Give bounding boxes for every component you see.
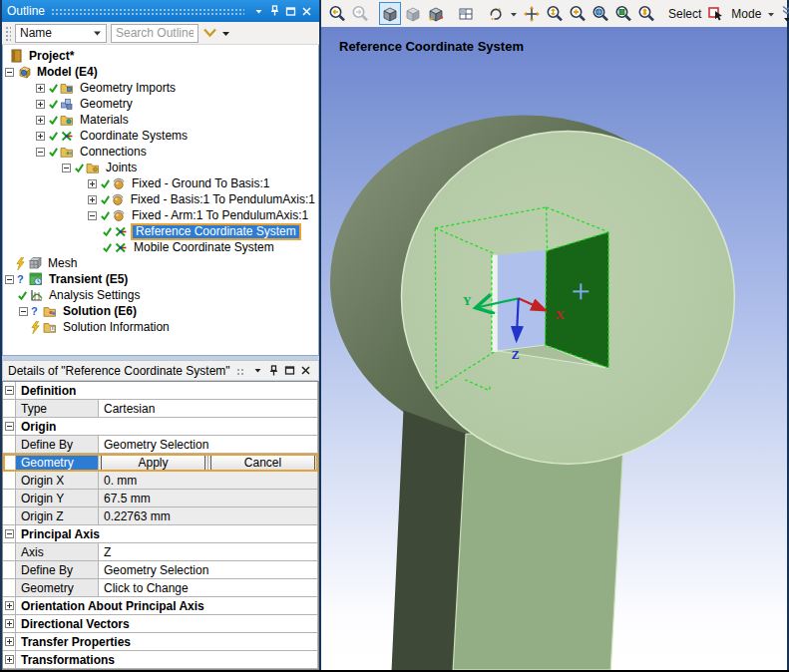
tree-item-label[interactable]: Mesh <box>45 257 80 270</box>
tree-item-label[interactable]: Joints <box>103 162 140 174</box>
expand-icon[interactable] <box>36 116 48 125</box>
wireframe-view-icon[interactable] <box>402 2 424 25</box>
tree-item-label[interactable]: Model (E4) <box>34 66 101 79</box>
collapse-icon[interactable] <box>62 164 74 172</box>
tree-item[interactable]: Project* <box>3 48 318 64</box>
maximize-icon[interactable] <box>281 363 297 379</box>
tree-item[interactable]: Fixed - Basis:1 To PendulumAxis:1 <box>3 191 318 207</box>
tree-item-label[interactable]: Fixed - Basis:1 To PendulumAxis:1 <box>128 193 318 206</box>
collapse-icon[interactable] <box>3 418 16 436</box>
pin-icon[interactable] <box>266 3 282 19</box>
filter-field-combo[interactable]: Name <box>15 24 107 43</box>
pan-icon[interactable] <box>521 2 543 25</box>
tree-item-label[interactable]: Geometry Imports <box>77 82 179 95</box>
details-row-value[interactable]: Click to Change <box>99 579 318 597</box>
collapse-icon[interactable] <box>5 275 17 284</box>
tree-item[interactable]: Coordinate Systems <box>3 128 318 144</box>
tree-item[interactable]: Geometry Imports <box>3 80 318 96</box>
details-row-value[interactable]: 0.22763 mm <box>99 507 318 525</box>
tree-item-label[interactable]: Solution Information <box>60 321 173 334</box>
maximize-icon[interactable] <box>282 3 298 19</box>
search-input[interactable] <box>111 24 198 43</box>
expand-icon[interactable] <box>36 84 48 93</box>
cancel-button[interactable]: Cancel <box>210 455 315 471</box>
tree-item-label[interactable]: Project* <box>26 50 77 63</box>
details-row-value[interactable]: 0. mm <box>99 472 318 490</box>
expand-icon[interactable] <box>3 651 16 669</box>
tree-item[interactable]: Mesh <box>3 255 318 271</box>
expand-icon[interactable] <box>3 633 16 651</box>
collapse-icon[interactable] <box>3 525 16 543</box>
collapse-icon[interactable] <box>3 382 16 400</box>
expand-icon[interactable] <box>3 615 16 633</box>
apply-button[interactable]: Apply <box>101 455 205 471</box>
tree-item[interactable]: Fixed - Ground To Basis:1 <box>3 175 318 191</box>
tree-item-label[interactable]: Materials <box>77 114 132 127</box>
close-icon[interactable] <box>297 363 313 379</box>
tree-item[interactable]: Reference Coordinate System <box>3 223 318 239</box>
next-view-icon[interactable] <box>349 2 371 25</box>
box-zoom-icon[interactable] <box>567 2 589 25</box>
tree-item[interactable]: Materials <box>3 112 318 128</box>
tree-item-label[interactable]: Geometry <box>77 98 136 111</box>
expand-icon[interactable] <box>36 132 48 141</box>
tree-item[interactable]: ?Solution (E6) <box>3 303 318 319</box>
mode-label[interactable]: Mode <box>728 7 764 21</box>
tree-item[interactable]: Geometry <box>3 96 318 112</box>
expand-icon[interactable] <box>36 100 48 109</box>
rotate-icon[interactable] <box>485 2 507 25</box>
tree-item[interactable]: ?Transient (E5) <box>3 271 318 287</box>
toolbar-overflow-icon[interactable] <box>779 2 789 25</box>
toolbar-drag-handle[interactable] <box>5 26 11 41</box>
tree-item[interactable]: Connections <box>3 144 318 160</box>
details-row-value[interactable]: 67.5 mm <box>99 490 318 507</box>
show-vertices-view-icon[interactable] <box>425 2 447 25</box>
viewports-icon[interactable] <box>455 2 477 25</box>
tree-item-label[interactable]: Mobile Coordinate System <box>131 241 277 254</box>
details-row-value[interactable]: Cartesian <box>99 400 318 418</box>
selected-face[interactable] <box>546 232 609 368</box>
tree-item[interactable]: Model (E4) <box>3 64 318 80</box>
collapse-icon[interactable] <box>5 68 17 77</box>
expand-icon[interactable] <box>88 195 100 204</box>
details-row-value[interactable]: Geometry Selection <box>99 436 318 454</box>
tree-item-label[interactable]: Analysis Settings <box>46 289 143 302</box>
select-mode-icon[interactable] <box>705 2 727 25</box>
collapse-icon[interactable] <box>19 307 31 316</box>
tree-item[interactable]: iSolution Information <box>3 319 318 335</box>
zoom-icon[interactable] <box>544 2 566 25</box>
details-row-label[interactable]: Geometry <box>16 454 99 473</box>
tree-item[interactable]: Mobile Coordinate System <box>3 239 318 255</box>
tree-item-label[interactable]: Transient (E5) <box>46 273 131 286</box>
viewport-3d[interactable]: Reference Coordinate System <box>321 27 787 670</box>
select-label[interactable]: Select <box>665 7 704 21</box>
shaded-exterior-view-icon[interactable] <box>379 2 401 25</box>
details-row-value[interactable]: Z <box>99 543 318 561</box>
rotate-options-icon[interactable] <box>508 2 520 25</box>
chevron-down-icon[interactable] <box>250 3 266 19</box>
tree-item[interactable]: Fixed - Arm:1 To PendulumAxis:1 <box>3 207 318 223</box>
zoom-fit-icon[interactable] <box>590 2 611 25</box>
gold-chevron-icon[interactable] <box>202 27 217 39</box>
caret-down-icon[interactable] <box>221 27 230 39</box>
tree-item-label[interactable]: Fixed - Ground To Basis:1 <box>129 177 273 190</box>
tree-item[interactable]: Analysis Settings <box>3 287 318 303</box>
details-row-value[interactable]: Geometry Selection <box>99 561 318 579</box>
collapse-icon[interactable] <box>88 211 100 220</box>
close-icon[interactable] <box>298 3 314 19</box>
tree-item-label[interactable]: Reference Coordinate System <box>131 223 301 240</box>
tree-item-label[interactable]: Fixed - Arm:1 To PendulumAxis:1 <box>129 209 311 222</box>
chevron-down-icon[interactable] <box>249 363 265 379</box>
pin-icon[interactable] <box>265 363 281 379</box>
zoom-to-selection-icon[interactable] <box>612 2 634 25</box>
mode-caret-icon[interactable] <box>765 2 777 25</box>
magnifier-window-icon[interactable] <box>635 2 657 25</box>
expand-icon[interactable] <box>3 597 16 615</box>
collapse-icon[interactable] <box>36 148 48 157</box>
tree-item-label[interactable]: Coordinate Systems <box>77 130 191 143</box>
tree-item-label[interactable]: Connections <box>77 146 150 159</box>
tree-item-label[interactable]: Solution (E6) <box>60 305 140 318</box>
tree-item[interactable]: Joints <box>3 160 318 175</box>
expand-icon[interactable] <box>88 179 100 188</box>
previous-view-icon[interactable] <box>326 2 348 25</box>
